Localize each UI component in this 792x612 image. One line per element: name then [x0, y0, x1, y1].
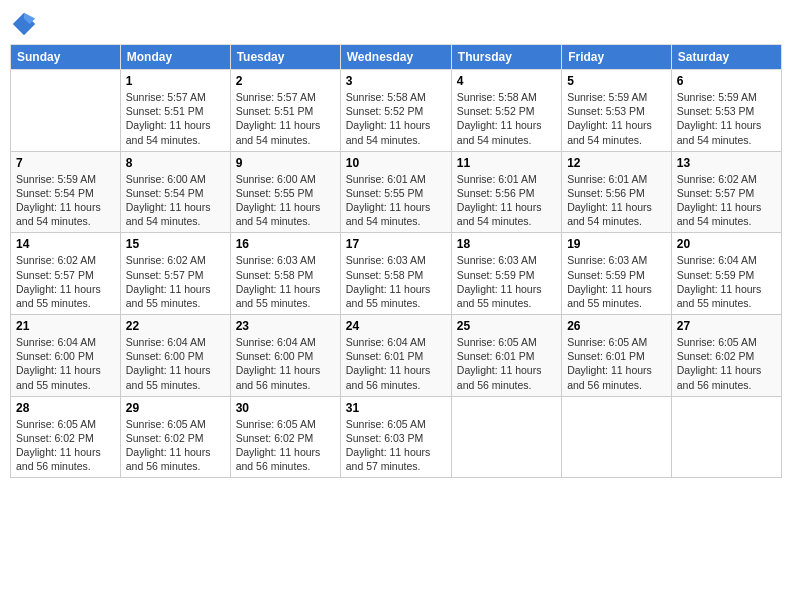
day-number: 13: [677, 156, 776, 170]
day-number: 27: [677, 319, 776, 333]
day-info: Sunrise: 5:58 AMSunset: 5:52 PMDaylight:…: [346, 90, 446, 147]
calendar-table: SundayMondayTuesdayWednesdayThursdayFrid…: [10, 44, 782, 478]
day-number: 7: [16, 156, 115, 170]
day-info: Sunrise: 6:01 AMSunset: 5:55 PMDaylight:…: [346, 172, 446, 229]
calendar-cell: 4 Sunrise: 5:58 AMSunset: 5:52 PMDayligh…: [451, 70, 561, 152]
day-number: 29: [126, 401, 225, 415]
calendar-cell: 30 Sunrise: 6:05 AMSunset: 6:02 PMDaylig…: [230, 396, 340, 478]
calendar-cell: 26 Sunrise: 6:05 AMSunset: 6:01 PMDaylig…: [562, 315, 672, 397]
day-info: Sunrise: 6:04 AMSunset: 5:59 PMDaylight:…: [677, 253, 776, 310]
day-number: 5: [567, 74, 666, 88]
calendar-header-monday: Monday: [120, 45, 230, 70]
day-info: Sunrise: 6:03 AMSunset: 5:58 PMDaylight:…: [346, 253, 446, 310]
day-info: Sunrise: 5:57 AMSunset: 5:51 PMDaylight:…: [236, 90, 335, 147]
calendar-cell: 15 Sunrise: 6:02 AMSunset: 5:57 PMDaylig…: [120, 233, 230, 315]
calendar-header-row: SundayMondayTuesdayWednesdayThursdayFrid…: [11, 45, 782, 70]
day-info: Sunrise: 5:58 AMSunset: 5:52 PMDaylight:…: [457, 90, 556, 147]
calendar-cell: 23 Sunrise: 6:04 AMSunset: 6:00 PMDaylig…: [230, 315, 340, 397]
day-info: Sunrise: 6:05 AMSunset: 6:03 PMDaylight:…: [346, 417, 446, 474]
calendar-week-row-2: 7 Sunrise: 5:59 AMSunset: 5:54 PMDayligh…: [11, 151, 782, 233]
day-number: 23: [236, 319, 335, 333]
day-info: Sunrise: 6:04 AMSunset: 6:00 PMDaylight:…: [16, 335, 115, 392]
calendar-cell: 29 Sunrise: 6:05 AMSunset: 6:02 PMDaylig…: [120, 396, 230, 478]
day-info: Sunrise: 6:05 AMSunset: 6:01 PMDaylight:…: [567, 335, 666, 392]
day-number: 28: [16, 401, 115, 415]
day-number: 19: [567, 237, 666, 251]
day-info: Sunrise: 6:00 AMSunset: 5:54 PMDaylight:…: [126, 172, 225, 229]
calendar-cell: 9 Sunrise: 6:00 AMSunset: 5:55 PMDayligh…: [230, 151, 340, 233]
day-info: Sunrise: 6:01 AMSunset: 5:56 PMDaylight:…: [567, 172, 666, 229]
calendar-header-wednesday: Wednesday: [340, 45, 451, 70]
calendar-cell: 20 Sunrise: 6:04 AMSunset: 5:59 PMDaylig…: [671, 233, 781, 315]
calendar-cell: 7 Sunrise: 5:59 AMSunset: 5:54 PMDayligh…: [11, 151, 121, 233]
calendar-cell: 1 Sunrise: 5:57 AMSunset: 5:51 PMDayligh…: [120, 70, 230, 152]
day-info: Sunrise: 6:02 AMSunset: 5:57 PMDaylight:…: [126, 253, 225, 310]
calendar-cell: 2 Sunrise: 5:57 AMSunset: 5:51 PMDayligh…: [230, 70, 340, 152]
calendar-header-friday: Friday: [562, 45, 672, 70]
day-info: Sunrise: 6:04 AMSunset: 6:01 PMDaylight:…: [346, 335, 446, 392]
calendar-cell: 14 Sunrise: 6:02 AMSunset: 5:57 PMDaylig…: [11, 233, 121, 315]
page-header: [10, 10, 782, 38]
calendar-header-thursday: Thursday: [451, 45, 561, 70]
day-number: 25: [457, 319, 556, 333]
calendar-cell: 17 Sunrise: 6:03 AMSunset: 5:58 PMDaylig…: [340, 233, 451, 315]
day-number: 3: [346, 74, 446, 88]
day-info: Sunrise: 6:04 AMSunset: 6:00 PMDaylight:…: [236, 335, 335, 392]
calendar-cell: 22 Sunrise: 6:04 AMSunset: 6:00 PMDaylig…: [120, 315, 230, 397]
calendar-cell: [11, 70, 121, 152]
calendar-week-row-3: 14 Sunrise: 6:02 AMSunset: 5:57 PMDaylig…: [11, 233, 782, 315]
day-number: 16: [236, 237, 335, 251]
day-number: 31: [346, 401, 446, 415]
day-info: Sunrise: 6:01 AMSunset: 5:56 PMDaylight:…: [457, 172, 556, 229]
day-info: Sunrise: 6:05 AMSunset: 6:02 PMDaylight:…: [16, 417, 115, 474]
day-info: Sunrise: 6:03 AMSunset: 5:59 PMDaylight:…: [457, 253, 556, 310]
day-info: Sunrise: 6:00 AMSunset: 5:55 PMDaylight:…: [236, 172, 335, 229]
calendar-header-saturday: Saturday: [671, 45, 781, 70]
day-number: 6: [677, 74, 776, 88]
calendar-cell: 3 Sunrise: 5:58 AMSunset: 5:52 PMDayligh…: [340, 70, 451, 152]
day-number: 26: [567, 319, 666, 333]
calendar-cell: [671, 396, 781, 478]
calendar-cell: 18 Sunrise: 6:03 AMSunset: 5:59 PMDaylig…: [451, 233, 561, 315]
day-number: 10: [346, 156, 446, 170]
calendar-cell: 12 Sunrise: 6:01 AMSunset: 5:56 PMDaylig…: [562, 151, 672, 233]
day-info: Sunrise: 5:59 AMSunset: 5:54 PMDaylight:…: [16, 172, 115, 229]
day-info: Sunrise: 6:02 AMSunset: 5:57 PMDaylight:…: [16, 253, 115, 310]
calendar-cell: 25 Sunrise: 6:05 AMSunset: 6:01 PMDaylig…: [451, 315, 561, 397]
day-info: Sunrise: 5:59 AMSunset: 5:53 PMDaylight:…: [567, 90, 666, 147]
calendar-header-sunday: Sunday: [11, 45, 121, 70]
calendar-cell: 21 Sunrise: 6:04 AMSunset: 6:00 PMDaylig…: [11, 315, 121, 397]
calendar-header-tuesday: Tuesday: [230, 45, 340, 70]
calendar-week-row-5: 28 Sunrise: 6:05 AMSunset: 6:02 PMDaylig…: [11, 396, 782, 478]
day-number: 18: [457, 237, 556, 251]
day-number: 24: [346, 319, 446, 333]
day-number: 21: [16, 319, 115, 333]
calendar-week-row-1: 1 Sunrise: 5:57 AMSunset: 5:51 PMDayligh…: [11, 70, 782, 152]
calendar-cell: 31 Sunrise: 6:05 AMSunset: 6:03 PMDaylig…: [340, 396, 451, 478]
day-info: Sunrise: 5:57 AMSunset: 5:51 PMDaylight:…: [126, 90, 225, 147]
calendar-cell: 11 Sunrise: 6:01 AMSunset: 5:56 PMDaylig…: [451, 151, 561, 233]
calendar-cell: 5 Sunrise: 5:59 AMSunset: 5:53 PMDayligh…: [562, 70, 672, 152]
day-number: 14: [16, 237, 115, 251]
calendar-cell: 19 Sunrise: 6:03 AMSunset: 5:59 PMDaylig…: [562, 233, 672, 315]
calendar-cell: 13 Sunrise: 6:02 AMSunset: 5:57 PMDaylig…: [671, 151, 781, 233]
day-number: 15: [126, 237, 225, 251]
day-info: Sunrise: 6:02 AMSunset: 5:57 PMDaylight:…: [677, 172, 776, 229]
calendar-cell: 27 Sunrise: 6:05 AMSunset: 6:02 PMDaylig…: [671, 315, 781, 397]
day-info: Sunrise: 6:05 AMSunset: 6:01 PMDaylight:…: [457, 335, 556, 392]
day-number: 22: [126, 319, 225, 333]
calendar-cell: 8 Sunrise: 6:00 AMSunset: 5:54 PMDayligh…: [120, 151, 230, 233]
calendar-cell: 16 Sunrise: 6:03 AMSunset: 5:58 PMDaylig…: [230, 233, 340, 315]
day-info: Sunrise: 5:59 AMSunset: 5:53 PMDaylight:…: [677, 90, 776, 147]
calendar-cell: 6 Sunrise: 5:59 AMSunset: 5:53 PMDayligh…: [671, 70, 781, 152]
day-number: 20: [677, 237, 776, 251]
logo: [10, 10, 42, 38]
calendar-cell: [451, 396, 561, 478]
calendar-cell: 10 Sunrise: 6:01 AMSunset: 5:55 PMDaylig…: [340, 151, 451, 233]
day-number: 17: [346, 237, 446, 251]
day-info: Sunrise: 6:03 AMSunset: 5:58 PMDaylight:…: [236, 253, 335, 310]
calendar-cell: 24 Sunrise: 6:04 AMSunset: 6:01 PMDaylig…: [340, 315, 451, 397]
day-info: Sunrise: 6:05 AMSunset: 6:02 PMDaylight:…: [126, 417, 225, 474]
day-number: 8: [126, 156, 225, 170]
day-number: 12: [567, 156, 666, 170]
